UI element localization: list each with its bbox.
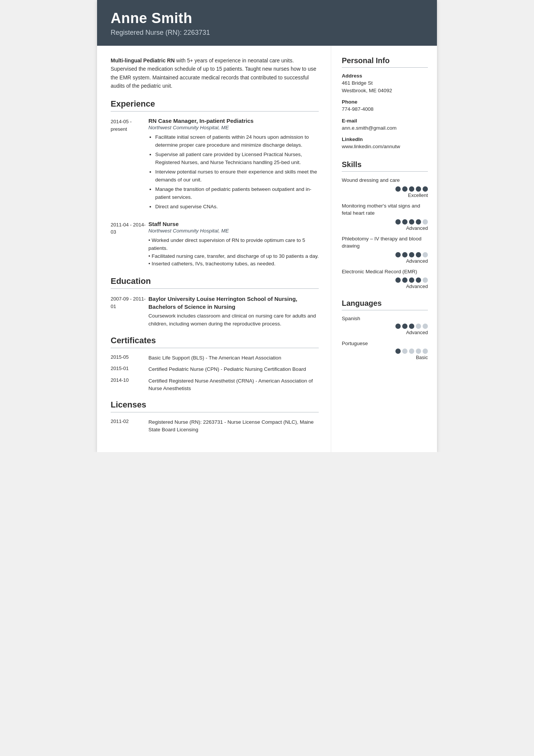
edu-details-1: Baylor University Louise Herrington Scho… [148, 295, 319, 328]
experience-section: Experience 2014-05 - present RN Case Man… [111, 99, 319, 268]
license-text-1: Registered Nurse (RN): 2263731 - Nurse L… [148, 418, 319, 434]
lang-dots-1 [342, 324, 428, 329]
edu-desc-1: Coursework includes classroom and clinic… [148, 312, 319, 328]
languages-divider [342, 310, 428, 310]
candidate-name: Anne Smith [111, 11, 423, 26]
candidate-title: Registered Nurse (RN): 2263731 [111, 29, 423, 37]
dot-filled [409, 186, 414, 192]
lang-item-2: Portuguese Basic [342, 341, 428, 360]
languages-title: Languages [342, 299, 428, 308]
dot-empty [423, 277, 428, 283]
dot-filled [395, 277, 401, 283]
skill-dots-4 [342, 277, 428, 283]
cert-text-2: Certified Pediatric Nurse (CPN) - Pediat… [148, 366, 319, 373]
exp-plain-2: • Worked under direct supervision of RN … [148, 237, 319, 268]
exp-bullets-1: Facilitate initial screen of patients wi… [148, 133, 319, 211]
exp-details-2: Staff Nurse Northwest Community Hospital… [148, 221, 319, 268]
dot-empty [423, 349, 428, 354]
exp-date-2: 2011-04 - 2014-03 [111, 221, 148, 268]
experience-title: Experience [111, 99, 319, 109]
certificates-divider [111, 348, 319, 348]
linkedin-value: www.linkedin.com/annutw [342, 143, 428, 150]
education-divider [111, 288, 319, 289]
education-item-1: 2007-09 - 2011-01 Baylor University Loui… [111, 295, 319, 328]
dot-filled [409, 252, 414, 257]
exp-details-1: RN Case Manager, In-patient Pediatrics N… [148, 118, 319, 212]
phone-value: 774-987-4008 [342, 105, 428, 113]
education-section: Education 2007-09 - 2011-01 Baylor Unive… [111, 276, 319, 328]
resume-container: Anne Smith Registered Nurse (RN): 226373… [97, 0, 437, 452]
skill-item-2: Monitoring mother's vital signs and feta… [342, 203, 428, 231]
personal-info-section: Personal Info Address 461 Bridge St West… [342, 56, 428, 150]
dot-filled [395, 252, 401, 257]
experience-divider [111, 111, 319, 112]
dot-empty [423, 324, 428, 329]
edu-date-1: 2007-09 - 2011-01 [111, 295, 148, 328]
cert-date-1: 2015-05 [111, 354, 148, 362]
dot-filled [395, 349, 401, 354]
header-section: Anne Smith Registered Nurse (RN): 226373… [97, 0, 437, 46]
bullet-item: Supervise all patient care provided by L… [155, 151, 319, 167]
email-label: E-mail [342, 118, 428, 124]
dot-empty [402, 349, 407, 354]
dot-filled [402, 277, 407, 283]
address-value: 461 Bridge St Westbrook, ME 04092 [342, 79, 428, 95]
skill-item-1: Wound dressing and care Excellent [342, 177, 428, 198]
right-column: Personal Info Address 461 Bridge St West… [331, 46, 437, 452]
skill-level-2: Advanced [342, 225, 428, 231]
edu-school-1: Baylor University Louise Herrington Scho… [148, 295, 319, 311]
skills-title: Skills [342, 160, 428, 169]
dot-empty [416, 324, 421, 329]
certificates-title: Certificates [111, 336, 319, 345]
dot-filled [416, 186, 421, 192]
exp-date-1: 2014-05 - present [111, 118, 148, 212]
summary-section: Multi-lingual Pediatric RN with 5+ years… [111, 56, 319, 90]
skill-name-4: Electronic Medical Record (EMR) [342, 268, 428, 276]
exp-company-2: Northwest Community Hospital, ME [148, 228, 319, 234]
linkedin-label: LinkedIn [342, 136, 428, 142]
license-date-1: 2011-02 [111, 418, 148, 434]
dot-filled [402, 252, 407, 257]
cert-date-3: 2014-10 [111, 377, 148, 393]
skill-level-4: Advanced [342, 284, 428, 289]
lang-level-1: Advanced [342, 330, 428, 335]
dot-filled [395, 219, 401, 225]
left-column: Multi-lingual Pediatric RN with 5+ years… [97, 46, 331, 452]
licenses-section: Licenses 2011-02 Registered Nurse (RN): … [111, 400, 319, 434]
dot-filled [423, 186, 428, 192]
bullet-item: Manage the transition of pediatric patie… [155, 186, 319, 201]
lang-dots-2 [342, 349, 428, 354]
skill-dots-1 [342, 186, 428, 192]
skills-divider [342, 171, 428, 172]
bullet-item: Facilitate initial screen of patients wi… [155, 133, 319, 149]
cert-item-3: 2014-10 Certified Registered Nurse Anest… [111, 377, 319, 393]
exp-job-title-1: RN Case Manager, In-patient Pediatrics [148, 118, 319, 124]
cert-date-2: 2015-01 [111, 366, 148, 373]
skill-item-3: Phlebotomy – IV therapy and blood drawin… [342, 235, 428, 264]
lang-item-1: Spanish Advanced [342, 316, 428, 335]
languages-section: Languages Spanish Advanced [342, 299, 428, 360]
cert-text-1: Basic Life Support (BLS) - The American … [148, 354, 319, 362]
dot-filled [416, 252, 421, 257]
address-label: Address [342, 73, 428, 79]
summary-bold: Multi-lingual Pediatric RN [111, 57, 175, 64]
experience-item-2: 2011-04 - 2014-03 Staff Nurse Northwest … [111, 221, 319, 268]
dot-filled [402, 186, 407, 192]
cert-item-1: 2015-05 Basic Life Support (BLS) - The A… [111, 354, 319, 362]
content-area: Multi-lingual Pediatric RN with 5+ years… [97, 46, 437, 452]
licenses-title: Licenses [111, 400, 319, 410]
dot-filled [395, 186, 401, 192]
dot-filled [409, 324, 414, 329]
dot-filled [416, 219, 421, 225]
dot-filled [409, 219, 414, 225]
personal-info-title: Personal Info [342, 56, 428, 65]
skill-name-1: Wound dressing and care [342, 177, 428, 184]
cert-text-3: Certified Registered Nurse Anesthetist (… [148, 377, 319, 393]
dot-filled [402, 219, 407, 225]
bullet-item: Direct and supervise CNAs. [155, 203, 319, 211]
skill-dots-3 [342, 252, 428, 257]
dot-empty [423, 219, 428, 225]
skill-level-1: Excellent [342, 192, 428, 198]
lang-level-2: Basic [342, 355, 428, 360]
certificates-section: Certificates 2015-05 Basic Life Support … [111, 336, 319, 392]
